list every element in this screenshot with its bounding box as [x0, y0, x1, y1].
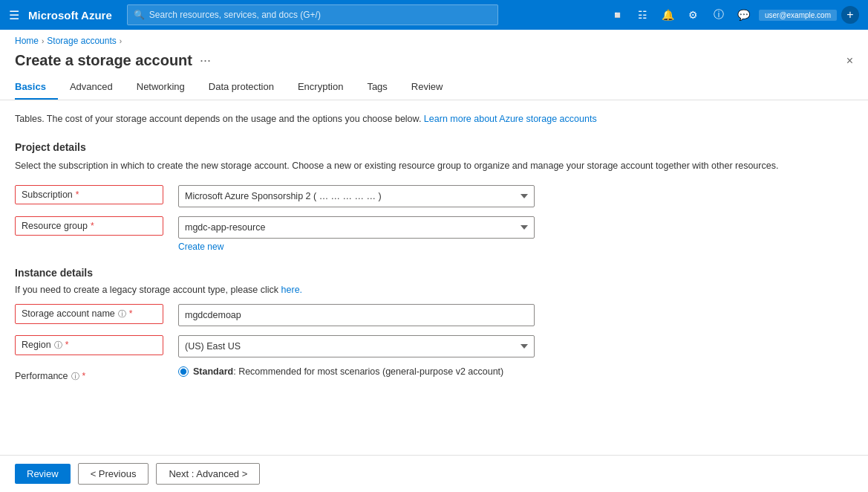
- breadcrumb-sep-2: ›: [120, 37, 122, 45]
- subscription-select[interactable]: Microsoft Azure Sponsorship 2 ( … … … … …: [178, 185, 535, 207]
- storage-account-name-label: Storage account name ⓘ *: [15, 304, 163, 324]
- new-item-icon[interactable]: +: [841, 6, 859, 24]
- instance-text: If you need to create a legacy storage a…: [15, 285, 853, 295]
- more-options-icon[interactable]: ···: [200, 53, 211, 68]
- footer: Review < Previous Next : Advanced >: [0, 455, 868, 492]
- region-row: Region ⓘ * (US) East US: [15, 335, 853, 357]
- breadcrumb: Home › Storage accounts ›: [0, 30, 868, 52]
- storage-account-name-control: [178, 304, 535, 326]
- page-title: Create a storage account: [15, 52, 192, 69]
- directory-icon[interactable]: ☷: [633, 4, 653, 25]
- form-area: Tables. The cost of your storage account…: [0, 100, 868, 455]
- resource-group-required: *: [91, 221, 94, 231]
- content-area: Home › Storage accounts › Create a stora…: [0, 30, 868, 492]
- performance-required: *: [82, 371, 86, 381]
- legacy-link[interactable]: here.: [281, 285, 303, 295]
- performance-row: Performance ⓘ * Standard: Recommended fo…: [15, 366, 853, 382]
- previous-button[interactable]: < Previous: [78, 463, 149, 485]
- instance-details-title: Instance details: [15, 267, 853, 279]
- page-header: Create a storage account ··· ×: [0, 52, 868, 75]
- tab-data-protection[interactable]: Data protection: [197, 75, 286, 100]
- storage-account-name-row: Storage account name ⓘ *: [15, 304, 853, 326]
- help-icon[interactable]: ⓘ: [708, 4, 729, 25]
- close-icon[interactable]: ×: [846, 54, 853, 68]
- performance-info-icon[interactable]: ⓘ: [71, 371, 79, 382]
- cloud-shell-icon[interactable]: ◽: [607, 4, 628, 25]
- review-button[interactable]: Review: [15, 464, 71, 484]
- tab-tags[interactable]: Tags: [355, 75, 399, 100]
- performance-standard-radio[interactable]: [178, 366, 189, 377]
- user-avatar[interactable]: user@example.com: [759, 10, 837, 21]
- performance-standard-option[interactable]: Standard: Recommended for most scenarios…: [178, 366, 535, 377]
- region-control: (US) East US: [178, 335, 535, 357]
- resource-group-select[interactable]: mgdc-app-resource: [178, 216, 535, 239]
- hamburger-icon[interactable]: ☰: [9, 8, 19, 22]
- breadcrumb-sep-1: ›: [42, 37, 44, 45]
- notification-icon[interactable]: 🔔: [658, 4, 679, 25]
- feedback-icon[interactable]: 💬: [734, 4, 754, 25]
- search-placeholder: Search resources, services, and docs (G+…: [149, 10, 321, 20]
- learn-more-link[interactable]: Learn more about Azure storage accounts: [424, 114, 597, 124]
- topbar-icons: ◽ ☷ 🔔 ⚙ ⓘ 💬 user@example.com +: [607, 4, 859, 25]
- region-required: *: [65, 340, 69, 350]
- tab-review[interactable]: Review: [399, 75, 455, 100]
- create-new-link[interactable]: Create new: [178, 242, 223, 252]
- resource-group-row: Resource group * mgdc-app-resource Creat…: [15, 216, 853, 252]
- subscription-required: *: [76, 190, 79, 200]
- performance-standard-label: Standard: Recommended for most scenarios…: [193, 366, 503, 377]
- storage-name-required: *: [129, 308, 133, 319]
- performance-options: Standard: Recommended for most scenarios…: [178, 366, 535, 377]
- resource-group-control: mgdc-app-resource Create new: [178, 216, 535, 252]
- intro-text: Tables. The cost of your storage account…: [15, 112, 853, 126]
- region-select[interactable]: (US) East US: [178, 335, 535, 357]
- topbar: ☰ Microsoft Azure 🔍 Search resources, se…: [0, 0, 868, 30]
- project-details-desc: Select the subscription in which to crea…: [15, 159, 853, 173]
- region-label: Region ⓘ *: [15, 335, 163, 355]
- search-box[interactable]: 🔍 Search resources, services, and docs (…: [127, 4, 498, 25]
- azure-logo: Microsoft Azure: [28, 9, 112, 22]
- subscription-label: Subscription *: [15, 185, 163, 204]
- storage-account-name-input[interactable]: [178, 304, 535, 326]
- tab-encryption[interactable]: Encryption: [286, 75, 355, 100]
- tab-networking[interactable]: Networking: [125, 75, 197, 100]
- subscription-control: Microsoft Azure Sponsorship 2 ( … … … … …: [178, 185, 535, 207]
- search-icon: 🔍: [134, 10, 145, 20]
- breadcrumb-home[interactable]: Home: [15, 36, 39, 46]
- tabs: Basics Advanced Networking Data protecti…: [0, 75, 868, 100]
- next-button[interactable]: Next : Advanced >: [156, 463, 260, 485]
- breadcrumb-storage-accounts[interactable]: Storage accounts: [47, 36, 116, 46]
- region-info-icon[interactable]: ⓘ: [54, 340, 62, 351]
- tab-advanced[interactable]: Advanced: [58, 75, 125, 100]
- performance-label: Performance ⓘ *: [15, 366, 163, 382]
- resource-group-label: Resource group *: [15, 216, 163, 236]
- subscription-row: Subscription * Microsoft Azure Sponsorsh…: [15, 185, 853, 207]
- settings-icon[interactable]: ⚙: [683, 4, 704, 25]
- storage-name-info-icon[interactable]: ⓘ: [118, 308, 126, 320]
- tab-basics[interactable]: Basics: [15, 75, 58, 100]
- project-details-title: Project details: [15, 141, 853, 153]
